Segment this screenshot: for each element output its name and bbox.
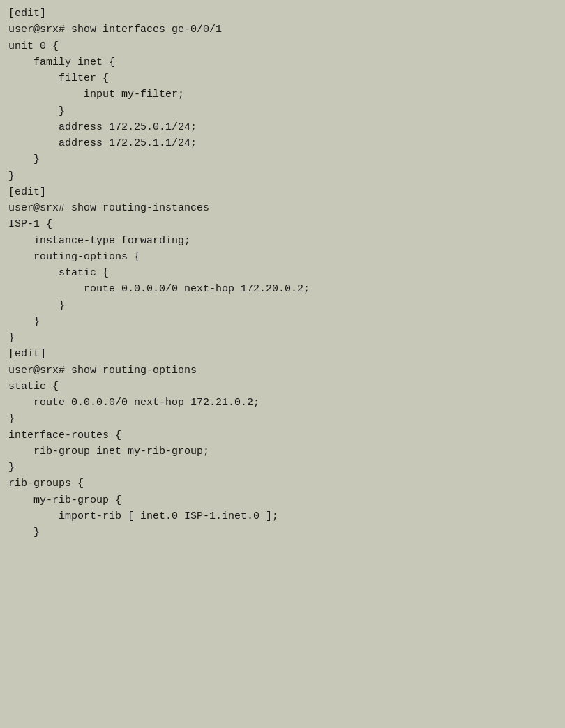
terminal-output: [edit]user@srx# show interfaces ge-0/0/1…	[8, 6, 557, 540]
terminal-line: user@srx# show routing-instances	[8, 200, 557, 216]
terminal-line: route 0.0.0.0/0 next-hop 172.20.0.2;	[8, 281, 557, 297]
terminal-line: static {	[8, 379, 557, 395]
terminal-line: }	[8, 314, 557, 330]
terminal-line: rib-group inet my-rib-group;	[8, 443, 557, 460]
terminal-line: }	[8, 168, 557, 184]
terminal-line: address 172.25.0.1/24;	[8, 119, 557, 135]
terminal-line: address 172.25.1.1/24;	[8, 135, 557, 151]
terminal-line: input my-filter;	[8, 86, 557, 103]
terminal-line: }	[8, 330, 557, 346]
terminal-line: interface-routes {	[8, 427, 557, 443]
terminal-line: route 0.0.0.0/0 next-hop 172.21.0.2;	[8, 395, 557, 411]
terminal-line: user@srx# show interfaces ge-0/0/1	[8, 22, 557, 38]
terminal-line: [edit]	[8, 184, 557, 200]
terminal-line: [edit]	[8, 6, 557, 22]
terminal-line: }	[8, 460, 557, 476]
terminal-line: routing-options {	[8, 249, 557, 265]
terminal-line: family inet {	[8, 54, 557, 70]
terminal-line: instance-type forwarding;	[8, 233, 557, 249]
terminal-line: [edit]	[8, 346, 557, 362]
terminal-line: filter {	[8, 70, 557, 86]
terminal-line: my-rib-group {	[8, 492, 557, 508]
terminal-line: user@srx# show routing-options	[8, 363, 557, 379]
terminal-line: ISP-1 {	[8, 216, 557, 232]
terminal-line: }	[8, 524, 557, 540]
terminal-line: }	[8, 151, 557, 167]
terminal-line: }	[8, 103, 557, 119]
terminal-line: rib-groups {	[8, 476, 557, 492]
terminal-line: }	[8, 298, 557, 314]
terminal-line: static {	[8, 265, 557, 281]
terminal-line: unit 0 {	[8, 38, 557, 54]
terminal-line: import-rib [ inet.0 ISP-1.inet.0 ];	[8, 508, 557, 524]
terminal-line: }	[8, 411, 557, 427]
